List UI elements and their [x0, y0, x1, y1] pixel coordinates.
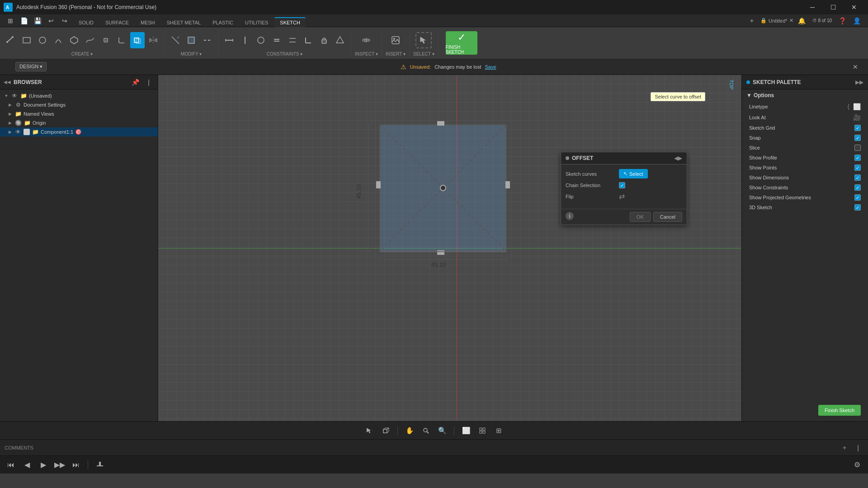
tab-utilities[interactable]: UTILITIES	[240, 18, 274, 27]
play-btn[interactable]: ▶	[37, 459, 50, 471]
pan-btn[interactable]: ✋	[403, 424, 416, 437]
save-link[interactable]: Save	[485, 64, 496, 70]
tab-plastic[interactable]: PLASTIC	[207, 18, 239, 27]
close-tab-icon[interactable]: ✕	[850, 61, 861, 72]
point-tool[interactable]	[99, 32, 113, 48]
comments-add[interactable]: ＋	[839, 442, 850, 453]
linetype-icon1[interactable]: ⟨	[847, 103, 849, 110]
minimize-button[interactable]: ─	[802, 0, 823, 14]
vertical-constraint[interactable]	[238, 32, 252, 48]
save-button[interactable]: 💾	[32, 15, 43, 27]
tab-sheet-metal[interactable]: SHEET METAL	[161, 18, 206, 27]
undo-button[interactable]: ↩	[45, 15, 57, 27]
modify-label[interactable]: MODIFY ▾	[181, 52, 202, 56]
tree-item-unsaved[interactable]: ▼ 👁 📁 (Unsaved)	[0, 91, 158, 100]
layout-btn[interactable]: ⊞	[492, 424, 505, 437]
line-tool[interactable]	[4, 32, 18, 48]
comments-pin[interactable]: |	[853, 442, 863, 453]
tree-item-component[interactable]: ▶ 👁 📁 Component1:1 🎯	[0, 127, 158, 136]
job-status[interactable]: ⏱ 8 of 10	[811, 15, 834, 27]
tangent-constraint[interactable]	[333, 32, 347, 48]
design-button[interactable]: DESIGN ▾	[15, 62, 47, 71]
show-projected-checkbox[interactable]: ✓	[854, 194, 861, 201]
cancel-button[interactable]: Cancel	[653, 212, 682, 222]
inspect-label[interactable]: INSPECT ▾	[355, 52, 378, 56]
slice-checkbox[interactable]	[854, 145, 861, 151]
eye-icon-component[interactable]: 👁	[14, 128, 22, 136]
spline-tool[interactable]	[83, 32, 97, 48]
equal-constraint[interactable]	[269, 32, 284, 48]
polygon-tool[interactable]	[67, 32, 81, 48]
palette-expand[interactable]: ▶▶	[855, 79, 863, 85]
frame-btn[interactable]: ⬜	[460, 424, 472, 437]
measure-tool[interactable]	[359, 32, 373, 48]
apps-button[interactable]: ⊞	[5, 15, 16, 27]
prev-btn[interactable]: ◀	[21, 459, 33, 471]
tree-item-named-views[interactable]: ▶ 📁 Named Views	[0, 109, 158, 118]
show-dimensions-checkbox[interactable]: ✓	[854, 174, 861, 181]
snap-checkbox[interactable]: ✓	[854, 135, 861, 141]
arc-tool[interactable]	[51, 32, 66, 48]
fillet-tool[interactable]	[114, 32, 129, 48]
settings-btn[interactable]: ⚙	[851, 459, 863, 471]
viewport[interactable]: 45.10 45.10 TOP Select curve to offset O…	[158, 75, 741, 421]
skip-end-btn[interactable]: ⏭	[70, 459, 82, 471]
linetype-icon2[interactable]: ⬜	[853, 103, 861, 110]
circle-tool[interactable]	[35, 32, 50, 48]
close-button[interactable]: ✕	[844, 0, 864, 14]
tree-item-origin[interactable]: ▶ 🔘 📁 Origin	[0, 118, 158, 127]
tab-mesh[interactable]: MESH	[135, 18, 160, 27]
perpendicular-constraint[interactable]	[301, 32, 316, 48]
show-points-checkbox[interactable]: ✓	[854, 164, 861, 171]
tab-close[interactable]: ✕	[789, 18, 793, 23]
options-title[interactable]: ▼ Options	[746, 92, 863, 99]
lock-constraint[interactable]	[317, 32, 331, 48]
circle-constraint[interactable]	[254, 32, 268, 48]
3d-sketch-checkbox[interactable]: ✓	[854, 204, 861, 211]
skip-start-btn[interactable]: ⏮	[5, 459, 17, 471]
create-label[interactable]: CREATE ▾	[71, 52, 93, 56]
next-btn[interactable]: ▶▶	[53, 459, 66, 471]
sidebar-close[interactable]: |	[143, 77, 154, 88]
horizontal-constraint[interactable]	[222, 32, 236, 48]
timeline-marker[interactable]	[94, 459, 106, 471]
chain-selection-checkbox[interactable]: ✓	[619, 182, 625, 188]
flip-icon[interactable]: ⇄	[619, 192, 625, 201]
constraints-label[interactable]: CONSTRAINTS ▾	[267, 52, 302, 56]
tab-sketch[interactable]: SKETCH	[274, 17, 306, 27]
insert-label[interactable]: INSERT ▾	[386, 52, 406, 56]
insert-image[interactable]	[388, 32, 403, 48]
parallel-constraint[interactable]	[285, 32, 300, 48]
grid-btn[interactable]	[476, 424, 489, 437]
redo-button[interactable]: ↪	[59, 15, 71, 27]
notifications-button[interactable]: 🔔	[796, 15, 808, 27]
help-button[interactable]: ❓	[836, 15, 848, 27]
new-button[interactable]: 📄	[18, 15, 30, 27]
sketch-grid-checkbox[interactable]: ✓	[854, 125, 861, 131]
show-constraints-checkbox[interactable]: ✓	[854, 184, 861, 191]
sidebar-pin[interactable]: 📌	[130, 77, 141, 88]
palette-finish-sketch-button[interactable]: Finish Sketch	[818, 405, 861, 416]
info-icon[interactable]: ℹ	[566, 212, 574, 220]
add-tab-button[interactable]: ＋	[746, 15, 758, 27]
zoom-btn[interactable]: 🔍	[436, 424, 448, 437]
trim-tool[interactable]	[168, 32, 183, 48]
eye-icon-unsaved[interactable]: 👁	[11, 92, 18, 99]
select-tool[interactable]	[415, 32, 432, 48]
break-tool[interactable]	[200, 32, 214, 48]
dialog-expand[interactable]: ◀▶	[674, 155, 682, 161]
tab-surface[interactable]: SURFACE	[100, 18, 134, 27]
mirror-tool[interactable]	[146, 32, 160, 48]
select-curves-button[interactable]: ↖ Select	[619, 169, 648, 178]
cursor-tool-btn[interactable]	[363, 424, 376, 437]
ok-button[interactable]: OK	[630, 212, 651, 222]
lookat-icon[interactable]: 🎥	[853, 114, 861, 121]
cube-btn[interactable]	[379, 424, 392, 437]
offset-tool[interactable]	[130, 32, 145, 48]
tree-item-doc-settings[interactable]: ▶ ⚙ Document Settings	[0, 100, 158, 109]
finish-sketch-button[interactable]: ✓ FINISH SKETCH	[446, 31, 477, 55]
select-label[interactable]: SELECT ▾	[413, 52, 434, 56]
show-profile-checkbox[interactable]: ✓	[854, 155, 861, 161]
extend-tool[interactable]	[184, 32, 198, 48]
user-account[interactable]: 👤	[851, 15, 863, 27]
